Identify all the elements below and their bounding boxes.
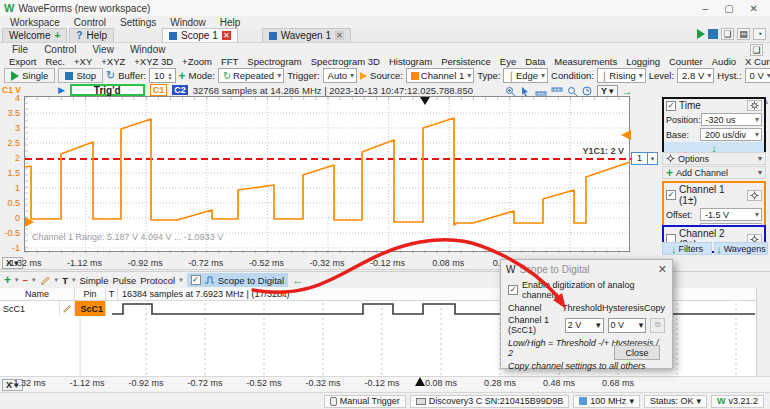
stop-button[interactable]: Stop bbox=[58, 68, 103, 83]
history-icon[interactable]: ◔ bbox=[753, 28, 766, 40]
time-checkbox[interactable]: ✓ bbox=[666, 101, 676, 111]
trigger-position-marker[interactable] bbox=[420, 97, 430, 105]
view-button--zoom[interactable]: +Zoom bbox=[181, 56, 213, 67]
stepper-arrows-icon[interactable]: ▲▼ bbox=[168, 72, 173, 80]
mode-select[interactable]: ↻Repeated▾ bbox=[218, 68, 284, 83]
edit-pencil-icon[interactable] bbox=[40, 275, 51, 286]
name-column-header[interactable]: Name bbox=[0, 288, 75, 300]
view-button-logging[interactable]: Logging bbox=[625, 56, 661, 67]
clock-button[interactable]: 100 MHz▾ bbox=[573, 395, 640, 408]
signal-pin-cell[interactable]: ScC1 bbox=[75, 301, 106, 316]
dialog-close-icon[interactable]: ✕ bbox=[658, 263, 667, 276]
dialog-titlebar[interactable]: W Scope to Digital ✕ bbox=[501, 260, 672, 278]
base-select[interactable]: 200 us/div▾ bbox=[700, 128, 762, 141]
signal-name-cell[interactable]: ScC1 bbox=[0, 301, 60, 316]
view-button-measurements[interactable]: Measurements bbox=[553, 56, 618, 67]
add-channel-button[interactable]: + Add Channel▾ bbox=[662, 166, 766, 179]
cascade-windows-icon[interactable]: ❏ bbox=[721, 28, 734, 40]
view-button--xyz[interactable]: +XYZ bbox=[100, 56, 126, 67]
minimize-button[interactable]: – bbox=[703, 3, 709, 14]
enable-digitization-checkbox[interactable]: ✓ bbox=[508, 285, 518, 295]
scope-menu-view[interactable]: View bbox=[92, 44, 114, 55]
copy-to-all-button[interactable]: ⧉ bbox=[650, 318, 665, 333]
close-button[interactable]: ✕ bbox=[750, 3, 758, 14]
signal-edit-cell[interactable] bbox=[60, 301, 75, 316]
pointer-icon[interactable] bbox=[520, 86, 531, 97]
add-icon[interactable]: + bbox=[179, 69, 186, 83]
collapse-left-icon[interactable]: ← bbox=[292, 274, 303, 286]
menu-window[interactable]: Window bbox=[170, 17, 206, 28]
menu-control[interactable]: Control bbox=[74, 17, 106, 28]
ruler-x-icon[interactable] bbox=[535, 86, 547, 97]
pulse-button[interactable]: Pulse bbox=[113, 275, 137, 286]
view-button-spectrogram[interactable]: Spectrogram bbox=[246, 56, 302, 67]
pin-column-header[interactable]: Pin bbox=[75, 288, 106, 300]
channel1-badge[interactable]: C1 bbox=[150, 84, 168, 96]
add-instrument-icon[interactable]: + bbox=[55, 30, 61, 41]
t-column-header[interactable]: T bbox=[106, 288, 118, 300]
hysteresis-select[interactable]: 0 V▾ bbox=[745, 68, 770, 83]
split-windows-icon[interactable]: ▤ bbox=[737, 28, 750, 40]
stop-all-icon[interactable] bbox=[708, 29, 718, 39]
position-select[interactable]: -320 us▾ bbox=[701, 113, 762, 126]
view-button-eye[interactable]: Eye bbox=[499, 56, 517, 67]
buffer-stepper[interactable]: 10▲▼ bbox=[149, 68, 176, 83]
tab-wavegen-close-icon[interactable]: ✕ bbox=[335, 31, 344, 40]
remove-signal-icon[interactable]: − bbox=[23, 275, 29, 286]
scope-menu-file[interactable]: File bbox=[12, 44, 28, 55]
menu-settings[interactable]: Settings bbox=[120, 17, 156, 28]
maximize-button[interactable]: ▢ bbox=[724, 3, 733, 14]
condition-select[interactable]: ⌠Rising▾ bbox=[597, 68, 646, 83]
scope-menu-control[interactable]: Control bbox=[44, 44, 76, 55]
channel1-checkbox[interactable]: ✓ bbox=[666, 190, 676, 200]
tab-scope-close-icon[interactable]: ✕ bbox=[222, 31, 231, 40]
view-button-x-cursors[interactable]: X Cursors bbox=[744, 56, 770, 67]
menu-workspace[interactable]: Workspace bbox=[10, 17, 60, 28]
channel1-gear-icon[interactable] bbox=[747, 190, 762, 201]
view-button-persistence[interactable]: Persistence bbox=[440, 56, 492, 67]
trigger-select[interactable]: Auto▾ bbox=[323, 68, 358, 83]
view-button-data[interactable]: Data bbox=[524, 56, 546, 67]
tab-wavegen[interactable]: Wavegen 1 ✕ bbox=[262, 28, 351, 42]
options-button[interactable]: Options▾ bbox=[662, 152, 766, 165]
view-button-rec-[interactable]: Rec. bbox=[44, 56, 66, 67]
trigger-menu-button[interactable]: T bbox=[62, 275, 68, 286]
run-all-icon[interactable] bbox=[697, 29, 705, 39]
logic-scrollbar[interactable] bbox=[756, 288, 770, 376]
view-button-counter[interactable]: Counter bbox=[668, 56, 704, 67]
source-select[interactable]: Channel 1▾ bbox=[406, 68, 474, 83]
tab-help[interactable]: ? Help bbox=[69, 28, 114, 42]
filters-button[interactable]: ↓Filters bbox=[662, 242, 712, 255]
status-button[interactable]: Status: OK▾ bbox=[644, 395, 707, 408]
scope-plot[interactable] bbox=[24, 96, 630, 252]
tab-scope[interactable]: Scope 1 ✕ bbox=[162, 28, 238, 42]
zoom-time-icon[interactable] bbox=[582, 86, 593, 97]
channel2-badge[interactable]: C2 bbox=[172, 85, 188, 95]
view-button-audio[interactable]: Audio bbox=[711, 56, 737, 67]
single-button[interactable]: Single bbox=[4, 68, 55, 83]
zoom-fit-icon[interactable] bbox=[567, 86, 578, 97]
view-button-export[interactable]: Export bbox=[8, 56, 37, 67]
scope-to-digital-toggle[interactable]: ✓ Scope to Digital bbox=[187, 273, 289, 287]
time-gear-icon[interactable] bbox=[747, 100, 762, 111]
wavegens-button[interactable]: ↓Wavegens bbox=[714, 242, 768, 255]
threshold-select[interactable]: 2 V▾ bbox=[565, 318, 604, 333]
scope-menu-window[interactable]: Window bbox=[130, 44, 166, 55]
menu-help[interactable]: Help bbox=[220, 17, 241, 28]
view-button-spectrogram-3d[interactable]: Spectrogram 3D bbox=[310, 56, 381, 67]
offset-select[interactable]: -1.5 V▾ bbox=[700, 208, 762, 221]
simple-button[interactable]: Simple bbox=[79, 275, 108, 286]
type-select[interactable]: ⌠Edge▾ bbox=[503, 68, 548, 83]
device-button[interactable]: Discovery3 C SN:210415B99D9B bbox=[410, 395, 570, 408]
chevron-down-icon[interactable]: ▾ bbox=[648, 153, 657, 164]
manual-trigger-button[interactable]: Manual Trigger bbox=[324, 395, 406, 408]
y-cursor-handle[interactable]: 1 ▾ bbox=[631, 152, 658, 165]
view-button-fft[interactable]: FFT bbox=[220, 56, 239, 67]
view-button--xyz-3d[interactable]: +XYZ 3D bbox=[133, 56, 174, 67]
add-signal-icon[interactable]: + bbox=[4, 273, 11, 287]
scope-to-digital-checkbox[interactable]: ✓ bbox=[191, 275, 201, 285]
trigger-level-marker[interactable] bbox=[621, 130, 631, 140]
ruler-y-icon[interactable] bbox=[551, 86, 563, 97]
zoom-in-icon[interactable] bbox=[505, 86, 516, 97]
tab-welcome[interactable]: Welcome + bbox=[2, 28, 67, 42]
